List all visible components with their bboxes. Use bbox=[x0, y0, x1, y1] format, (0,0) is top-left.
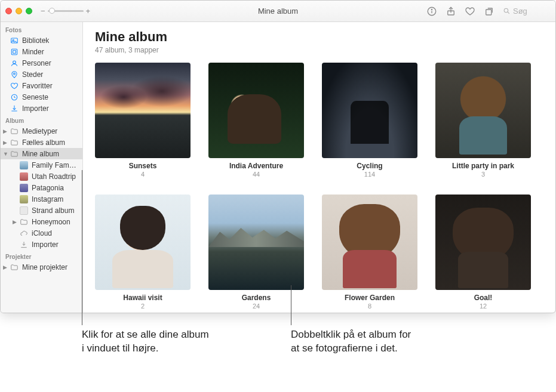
search-placeholder: Søg bbox=[513, 7, 527, 16]
page-subtitle: 47 album, 3 mapper bbox=[95, 46, 543, 54]
album-name: Flower Garden bbox=[322, 294, 417, 302]
favorite-icon[interactable] bbox=[465, 6, 475, 17]
svg-point-2 bbox=[431, 9, 432, 10]
sidebar-section-projekter: Projekter bbox=[1, 250, 82, 261]
folder-icon bbox=[10, 150, 19, 158]
zoom-window-button[interactable] bbox=[26, 8, 32, 14]
album-goal-[interactable]: Goal!12 bbox=[435, 195, 531, 310]
svg-line-6 bbox=[508, 12, 509, 14]
album-cycling[interactable]: Cycling114 bbox=[322, 63, 417, 178]
chevron-right-icon[interactable]: ▶ bbox=[3, 140, 7, 146]
sidebar-item-label: Utah Roadtrip bbox=[32, 172, 76, 181]
folder-icon bbox=[10, 138, 19, 147]
sidebar-item-utah-roadtrip[interactable]: Utah Roadtrip bbox=[1, 171, 82, 182]
album-count: 44 bbox=[208, 171, 304, 178]
titlebar: − + Mine album Søg bbox=[1, 1, 555, 22]
zoom-slider-track[interactable] bbox=[48, 10, 84, 12]
sidebar-section-fotos: Fotos bbox=[1, 23, 82, 35]
album-count: 12 bbox=[435, 303, 531, 310]
sidebar-item-label: Honeymoon bbox=[32, 218, 70, 226]
sidebar-item-label: Fælles album bbox=[22, 138, 65, 147]
toolbar-right: Søg bbox=[426, 6, 551, 17]
album-thumbnail[interactable] bbox=[208, 63, 304, 158]
sidebar-item-label: Favoritter bbox=[22, 82, 53, 90]
close-window-button[interactable] bbox=[5, 8, 12, 14]
album-name: Cycling bbox=[322, 162, 417, 170]
chevron-down-icon[interactable]: ▼ bbox=[3, 151, 8, 157]
sidebar-item-family-family-[interactable]: Family Family… bbox=[1, 159, 82, 171]
album-gardens[interactable]: Gardens24 bbox=[208, 195, 304, 310]
sidebar-item-honeymoon[interactable]: ▶Honeymoon bbox=[1, 216, 82, 227]
sidebar-item-icloud[interactable]: iCloud bbox=[1, 227, 82, 239]
album-thumbnail[interactable] bbox=[435, 63, 531, 158]
svg-point-11 bbox=[13, 60, 16, 63]
folder-icon bbox=[20, 218, 28, 226]
album-thumbnail[interactable] bbox=[322, 195, 417, 290]
album-sunsets[interactable]: Sunsets4 bbox=[95, 63, 191, 178]
info-icon[interactable] bbox=[426, 6, 437, 17]
album-thumbnail[interactable] bbox=[95, 195, 191, 290]
minimize-window-button[interactable] bbox=[16, 8, 22, 14]
sidebar-item-label: iCloud bbox=[32, 229, 52, 237]
sidebar-item-importer[interactable]: Importer bbox=[1, 239, 82, 250]
callout-right: Dobbeltklik på et album for at se fotogr… bbox=[291, 328, 422, 356]
album-little-party-in-park[interactable]: Little party in park3 bbox=[435, 63, 531, 178]
callout-left-text: Klik for at se alle dine album i vinduet… bbox=[82, 329, 209, 354]
album-count: 3 bbox=[435, 171, 531, 178]
sidebar-item-seneste[interactable]: Seneste bbox=[1, 91, 82, 103]
sidebar-icon bbox=[10, 93, 19, 101]
sidebar-item-instagram[interactable]: Instagram bbox=[1, 193, 82, 205]
sidebar: Fotos BibliotekMinderPersonerStederFavor… bbox=[1, 22, 83, 313]
sidebar-item-mine-album[interactable]: ▼Mine album bbox=[1, 148, 82, 159]
callout-line-left bbox=[82, 170, 82, 325]
sidebar-section-album: Album bbox=[1, 114, 82, 125]
page-title: Mine album bbox=[95, 29, 543, 45]
album-india-adventure[interactable]: India Adventure44 bbox=[208, 63, 304, 178]
rotate-icon[interactable] bbox=[484, 6, 494, 17]
sidebar-item-label: Seneste bbox=[22, 93, 48, 101]
sidebar-item-mine-projekter[interactable]: ▶Mine projekter bbox=[1, 261, 82, 273]
album-thumbnail[interactable] bbox=[435, 195, 531, 290]
sidebar-item-label: Mine projekter bbox=[22, 263, 67, 271]
sidebar-item-label: Family Family… bbox=[32, 161, 78, 169]
album-thumbnail[interactable] bbox=[95, 63, 191, 158]
zoom-plus-label: + bbox=[86, 7, 91, 16]
chevron-right-icon[interactable]: ▶ bbox=[13, 219, 17, 225]
sidebar-item-bibliotek[interactable]: Bibliotek bbox=[1, 35, 82, 46]
sidebar-item-label: Importer bbox=[32, 240, 59, 249]
sidebar-item-favoritter[interactable]: Favoritter bbox=[1, 80, 82, 91]
sidebar-item-patagonia[interactable]: Patagonia bbox=[1, 182, 82, 193]
album-count: 8 bbox=[322, 303, 417, 310]
sidebar-item-label: Personer bbox=[22, 59, 51, 67]
folder-icon bbox=[10, 263, 19, 271]
album-name: Sunsets bbox=[95, 162, 191, 170]
sidebar-item-medietyper[interactable]: ▶Medietyper bbox=[1, 125, 82, 137]
share-icon[interactable] bbox=[446, 6, 456, 17]
search-field[interactable]: Søg bbox=[503, 7, 551, 16]
sidebar-item-importer[interactable]: Importer bbox=[1, 103, 82, 114]
sidebar-icon bbox=[10, 59, 19, 67]
album-hawaii-visit[interactable]: Hawaii visit2 bbox=[95, 195, 191, 310]
chevron-right-icon[interactable]: ▶ bbox=[3, 264, 7, 270]
sidebar-item-fælles-album[interactable]: ▶Fælles album bbox=[1, 137, 82, 148]
sidebar-item-personer[interactable]: Personer bbox=[1, 57, 82, 69]
album-thumbnail[interactable] bbox=[208, 195, 304, 290]
zoom-slider-knob[interactable] bbox=[49, 8, 55, 14]
album-grid: Sunsets4India Adventure44Cycling114Littl… bbox=[95, 63, 543, 310]
album-count: 2 bbox=[95, 303, 191, 310]
window-controls bbox=[5, 8, 32, 14]
download-icon bbox=[20, 240, 28, 249]
sidebar-item-label: Minder bbox=[22, 48, 44, 56]
chevron-right-icon[interactable]: ▶ bbox=[3, 128, 7, 134]
thumbnail-zoom-slider[interactable]: − + bbox=[41, 7, 90, 16]
album-count: 24 bbox=[208, 303, 304, 310]
sidebar-icon bbox=[10, 36, 19, 45]
album-thumbnail[interactable] bbox=[322, 63, 417, 158]
sidebar-item-minder[interactable]: Minder bbox=[1, 46, 82, 57]
sidebar-item-label: Instagram bbox=[32, 195, 63, 203]
sidebar-item-strand-album[interactable]: Strand album bbox=[1, 205, 82, 216]
sidebar-item-steder[interactable]: Steder bbox=[1, 69, 82, 80]
album-thumb-icon bbox=[20, 161, 28, 169]
album-flower-garden[interactable]: Flower Garden8 bbox=[322, 195, 417, 310]
album-name: Little party in park bbox=[435, 162, 531, 170]
